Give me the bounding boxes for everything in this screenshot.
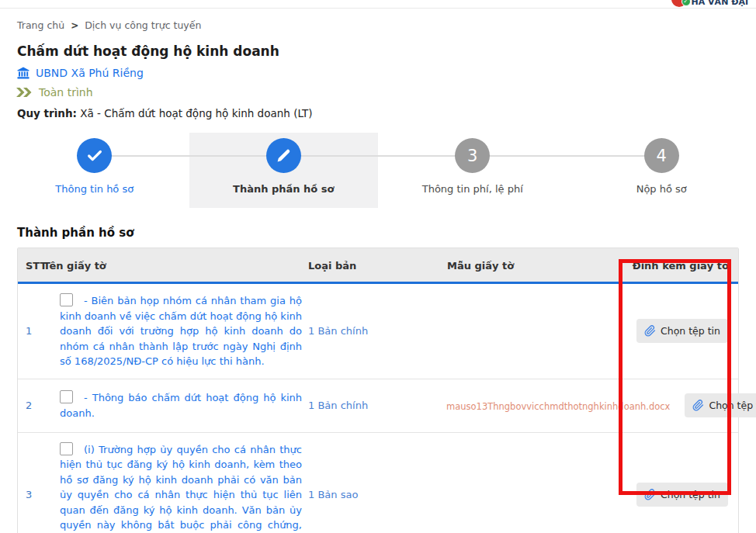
wizard-connector-line <box>95 155 662 157</box>
document-checkbox[interactable] <box>60 293 73 306</box>
step-1-label[interactable]: Thông tin hồ sơ <box>0 183 189 195</box>
check-icon <box>86 147 103 164</box>
template-file-link[interactable]: mauso13Thngbovvicchmdthotnghkinhdoanh.do… <box>446 401 670 412</box>
col-header-name: Tên giấy tờ <box>43 260 106 272</box>
document-name-text: (i) Trường hợp ủy quyền cho cá nhân thực… <box>60 444 302 533</box>
agency-name[interactable]: UBND Xã Phú Riềng <box>36 67 144 79</box>
top-bar: ✓ HÀ VĂN ĐẠI <box>0 0 756 9</box>
process-value: Xã - Chấm dứt hoạt động hộ kinh doanh (L… <box>77 107 313 119</box>
section-title: Thành phần hồ sơ <box>17 226 756 240</box>
breadcrumb-online-services[interactable]: Dịch vụ công trực tuyến <box>85 19 201 31</box>
choose-file-button[interactable]: Chọn tệp tin <box>636 319 728 343</box>
step-2-circle[interactable] <box>266 138 301 173</box>
process-label: Quy trình: <box>17 107 77 119</box>
breadcrumb-home[interactable]: Trang chủ <box>17 19 64 31</box>
col-header-template: Mẫu giấy tờ <box>447 260 514 272</box>
user-menu[interactable]: ✓ HÀ VĂN ĐẠI <box>671 0 748 7</box>
documents-table: STT Tên giấy tờ Loại bản Mẫu giấy tờ Đín… <box>17 247 739 533</box>
copy-type: 1 Bản chính <box>308 325 446 337</box>
document-description: - Biên bản họp nhóm cá nhân tham gia hộ … <box>60 293 302 369</box>
row-index: 1 <box>18 325 52 337</box>
copy-type: 1 Bản sao <box>308 489 446 500</box>
row-index: 2 <box>18 400 52 411</box>
user-avatar[interactable]: ✓ <box>671 0 687 7</box>
service-level-row: Toàn trình <box>16 86 756 99</box>
table-body: 1 - Biên bản họp nhóm cá nhân tham gia h… <box>18 284 738 533</box>
attach-cell: Chọn tệp tin <box>670 393 756 417</box>
copy-type: 1 Bản chính <box>308 400 446 411</box>
document-checkbox[interactable] <box>60 442 73 455</box>
step-4-circle[interactable]: 4 <box>644 138 679 173</box>
table-row: 1 - Biên bản họp nhóm cá nhân tham gia h… <box>18 284 738 379</box>
service-level-label: Toàn trình <box>39 86 93 99</box>
step-2-label[interactable]: Thành phần hồ sơ <box>189 183 379 195</box>
wizard-step-4: 4 Nộp hồ sơ <box>567 133 756 208</box>
document-name-text: - Biên bản họp nhóm cá nhân tham gia hộ … <box>60 295 302 367</box>
paperclip-icon <box>644 489 656 500</box>
step-1-circle[interactable] <box>77 138 112 173</box>
choose-file-button[interactable]: Chọn tệp tin <box>685 393 756 417</box>
row-index: 3 <box>18 489 52 500</box>
paperclip-icon <box>692 400 704 411</box>
step-3-number: 3 <box>467 147 477 165</box>
step-3-label[interactable]: Thông tin phí, lệ phí <box>378 183 567 195</box>
document-name-text: - Thông báo chấm dứt hoạt động hộ kinh d… <box>60 392 302 419</box>
verified-check-icon: ✓ <box>681 0 691 6</box>
pencil-icon <box>276 148 291 163</box>
document-description: (i) Trường hợp ủy quyền cho cá nhân thực… <box>60 442 302 533</box>
step-4-number: 4 <box>657 147 667 165</box>
user-name: HÀ VĂN ĐẠI <box>692 0 748 7</box>
step-4-label[interactable]: Nộp hồ sơ <box>567 183 756 195</box>
document-name-cell: - Biên bản họp nhóm cá nhân tham gia hộ … <box>52 293 308 369</box>
template-cell: mauso13Thngbovvicchmdthotnghkinhdoanh.do… <box>446 398 670 413</box>
attach-cell: Chọn tệp tin <box>622 319 738 343</box>
table-row: 3 (i) Trường hợp ủy quyền cho cá nhân th… <box>18 432 738 533</box>
paperclip-icon <box>644 325 656 337</box>
chevron-right-icon: > <box>71 20 78 31</box>
double-chevron-icon <box>16 87 33 98</box>
agency-row: UBND Xã Phú Riềng <box>17 67 756 79</box>
choose-file-button[interactable]: Chọn tệp tin <box>636 483 728 507</box>
document-name-cell: - Thông báo chấm dứt hoạt động hộ kinh d… <box>52 390 308 421</box>
col-header-type: Loại bản <box>308 260 356 272</box>
wizard-step-1: Thông tin hồ sơ <box>0 133 189 208</box>
choose-file-button-label: Chọn tệp tin <box>709 400 756 411</box>
wizard-step-2: Thành phần hồ sơ <box>189 133 379 208</box>
breadcrumb: Trang chủ > Dịch vụ công trực tuyến <box>17 19 756 31</box>
document-name-cell: (i) Trường hợp ủy quyền cho cá nhân thực… <box>52 442 308 533</box>
choose-file-button-label: Chọn tệp tin <box>661 325 720 337</box>
process-row: Quy trình: Xã - Chấm dứt hoạt động hộ ki… <box>17 107 756 119</box>
wizard-step-3: 3 Thông tin phí, lệ phí <box>378 133 567 208</box>
document-description: - Thông báo chấm dứt hoạt động hộ kinh d… <box>60 390 302 421</box>
step-3-circle[interactable]: 3 <box>455 138 490 173</box>
choose-file-button-label: Chọn tệp tin <box>661 489 720 500</box>
col-header-attach: Đính kèm giấy tờ <box>633 260 729 272</box>
step-wizard: Thông tin hồ sơ Thành phần hồ sơ 3 Thông… <box>0 133 756 208</box>
attach-cell: Chọn tệp tin <box>622 483 738 507</box>
government-building-icon <box>17 67 29 79</box>
page-title: Chấm dứt hoạt động hộ kinh doanh <box>17 43 756 59</box>
table-row: 2 - Thông báo chấm dứt hoạt động hộ kinh… <box>18 379 738 432</box>
table-header: STT Tên giấy tờ Loại bản Mẫu giấy tờ Đín… <box>18 248 738 284</box>
document-checkbox[interactable] <box>60 390 73 403</box>
